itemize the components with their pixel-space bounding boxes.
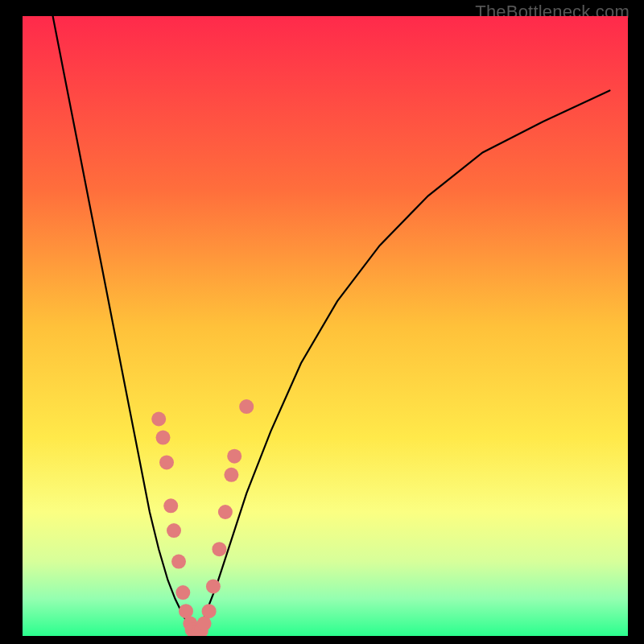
data-point [151,412,166,427]
data-point [163,498,178,513]
data-point [171,555,186,569]
data-point [218,505,233,519]
data-point [167,523,181,538]
data-point [227,449,242,464]
data-point [206,579,221,593]
data-point [175,585,190,600]
data-point [179,604,193,618]
data-point [159,455,174,469]
plot-area [23,16,628,636]
data-point [239,399,254,414]
data-point [156,431,171,445]
data-point [202,604,217,618]
chart-svg [23,16,628,636]
data-point [224,468,238,482]
chart-frame: TheBottleneck.com [0,0,644,644]
data-point [197,617,212,631]
data-point [212,542,226,556]
